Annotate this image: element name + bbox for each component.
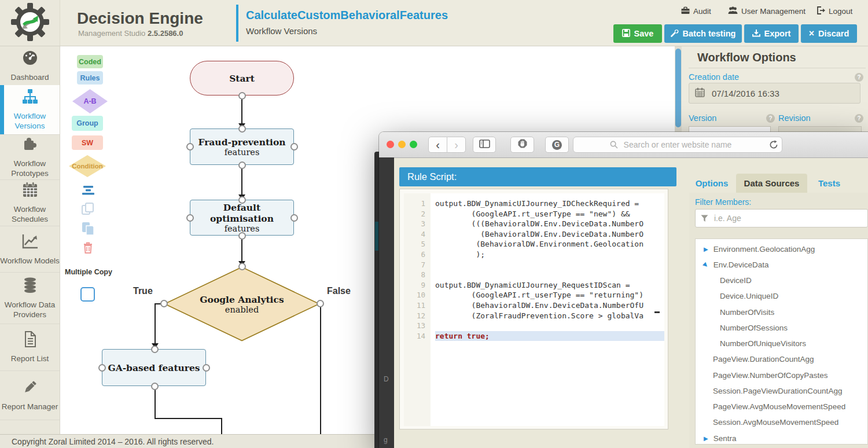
toolbox-group-badge[interactable]: Group bbox=[72, 116, 103, 131]
connector-dot[interactable] bbox=[238, 125, 246, 133]
sidebar-toggle-button[interactable] bbox=[473, 137, 496, 153]
tab-tests[interactable]: Tests bbox=[813, 174, 845, 193]
ga-based-features-node[interactable]: GA-based features bbox=[102, 349, 206, 386]
connector-dot[interactable] bbox=[290, 214, 298, 222]
flow-edge bbox=[241, 165, 242, 195]
help-icon[interactable]: ? bbox=[855, 73, 863, 82]
collapse-icon[interactable]: ▶ bbox=[704, 246, 708, 252]
save-button[interactable]: Save bbox=[613, 24, 662, 43]
sidebar-item-report-manager[interactable]: Report Manager bbox=[0, 371, 60, 420]
back-button[interactable]: ‹ bbox=[428, 137, 447, 153]
help-icon[interactable]: ? bbox=[766, 114, 775, 123]
content-blocker-button[interactable] bbox=[510, 137, 534, 153]
creation-date-field[interactable]: 07/14/2016 16:33 bbox=[689, 83, 860, 104]
members-tree[interactable]: ▶Environment.GeolocationAgg ▶Env.DeviceD… bbox=[695, 238, 868, 445]
trash-icon[interactable] bbox=[82, 241, 94, 256]
tree-item[interactable]: ▶Environment.GeolocationAgg bbox=[696, 241, 815, 257]
code-line: (ZoralFraudPrevention.Score > globalVa bbox=[435, 311, 664, 321]
flow-edge bbox=[221, 418, 222, 434]
tree-item[interactable]: DeviceID bbox=[720, 273, 752, 288]
connector-dot[interactable] bbox=[186, 143, 194, 150]
paste-icon[interactable] bbox=[81, 221, 95, 238]
wrench-icon bbox=[671, 29, 679, 39]
tree-item[interactable]: ▶Sentra bbox=[696, 431, 736, 446]
ghostery-extension-button[interactable]: G bbox=[545, 137, 569, 153]
database-icon bbox=[21, 277, 39, 296]
code-area[interactable]: output.BDW_DynamicUIJourney_IDCheckRequi… bbox=[431, 193, 664, 426]
fraud-prevention-node[interactable]: Fraud-prevention features bbox=[190, 128, 294, 165]
code-line-active: return true; bbox=[435, 331, 664, 341]
connector-dot[interactable] bbox=[203, 364, 210, 372]
align-icon[interactable] bbox=[81, 185, 95, 198]
connector-dot[interactable] bbox=[238, 196, 246, 204]
tree-item[interactable]: ▶Env.DeviceData bbox=[696, 257, 769, 273]
connector-dot[interactable] bbox=[238, 232, 246, 240]
sidebar-item-report-list[interactable]: Report List bbox=[0, 324, 60, 371]
app-logo bbox=[0, 0, 60, 46]
multiple-copy-checkbox[interactable] bbox=[80, 287, 95, 302]
user-management-link[interactable]: User Management bbox=[728, 6, 806, 16]
zoom-window-button[interactable] bbox=[410, 141, 417, 148]
batch-testing-button[interactable]: Batch testing bbox=[664, 24, 742, 43]
sidebar-item-dashboard[interactable]: Dashboard bbox=[0, 46, 60, 86]
canvas-scrollbar-thumb[interactable] bbox=[675, 49, 681, 127]
tree-item[interactable]: NumberOfVisits bbox=[720, 304, 774, 320]
browser-window[interactable]: ‹ › G D g Ru bbox=[379, 132, 868, 448]
copy-icon[interactable] bbox=[80, 201, 95, 219]
connector-dot[interactable] bbox=[238, 263, 246, 270]
tab-options[interactable]: Options bbox=[692, 174, 732, 193]
tree-item[interactable]: PageView.NumberOfCopyPastes bbox=[713, 368, 828, 383]
toolbox-ab-badge[interactable]: A-B bbox=[72, 89, 108, 113]
sidebar-item-workflow-prototypes[interactable]: Workflow Prototypes bbox=[0, 135, 60, 180]
divider bbox=[689, 68, 866, 68]
export-button[interactable]: Export bbox=[744, 24, 799, 43]
minimize-window-button[interactable] bbox=[398, 141, 406, 148]
filter-members-input[interactable] bbox=[695, 209, 868, 227]
toolbox-rules-badge[interactable]: Rules bbox=[77, 71, 103, 85]
url-search-input[interactable] bbox=[573, 137, 782, 153]
tree-item[interactable]: PageView.DurationCountAgg bbox=[713, 351, 814, 367]
toolbox-sw-badge[interactable]: SW bbox=[72, 135, 103, 150]
tab-data-sources[interactable]: Data Sources bbox=[736, 174, 807, 193]
expand-icon[interactable]: ▶ bbox=[702, 261, 709, 269]
collapse-icon[interactable]: ▶ bbox=[704, 435, 708, 442]
connector-dot[interactable] bbox=[186, 214, 194, 222]
audit-link[interactable]: Audit bbox=[681, 6, 711, 16]
tree-item[interactable]: NumberOfUniqueVisitors bbox=[720, 336, 806, 351]
logout-link[interactable]: Logout bbox=[816, 6, 852, 16]
connector-dot[interactable] bbox=[317, 300, 324, 307]
chevron-right-icon: › bbox=[454, 139, 458, 150]
code-line: ); bbox=[435, 249, 664, 260]
sidebar-item-workflow-data-providers[interactable]: Workflow Data Providers bbox=[0, 273, 60, 324]
code-line bbox=[435, 260, 664, 270]
active-item-indicator bbox=[0, 85, 4, 134]
sidebar-item-workflow-schedules[interactable]: Workflow Schedules bbox=[0, 180, 60, 226]
connector-dot[interactable] bbox=[151, 346, 159, 353]
connector-dot[interactable] bbox=[238, 92, 246, 100]
connector-dot[interactable] bbox=[238, 161, 246, 169]
fold-marker[interactable] bbox=[654, 311, 660, 313]
help-icon[interactable]: ? bbox=[855, 114, 863, 123]
close-window-button[interactable] bbox=[387, 141, 394, 148]
sidebar-item-workflow-versions[interactable]: Workflow Versions bbox=[0, 85, 60, 135]
code-editor[interactable]: 1 2 3 4 5 6 7 8 9 10 11 12 13 14 bbox=[399, 189, 668, 429]
copyright-text: Copyright Zoral Limited 2014 – 2016. All… bbox=[12, 437, 214, 446]
tree-item[interactable]: NumberOfSessions bbox=[720, 320, 788, 336]
flow-edge-false bbox=[320, 304, 321, 434]
tree-item[interactable]: Session.PageViewDurationCountAgg bbox=[713, 383, 842, 399]
tree-item[interactable]: PageView.AvgMouseMovementSpeed bbox=[713, 399, 845, 414]
connector-dot[interactable] bbox=[160, 300, 168, 307]
discard-button[interactable]: × Discard bbox=[801, 24, 857, 43]
toolbox-condition-badge[interactable]: Condition bbox=[69, 155, 106, 177]
start-node[interactable]: Start bbox=[190, 61, 294, 96]
forward-button[interactable]: › bbox=[447, 137, 466, 153]
connector-dot[interactable] bbox=[98, 364, 106, 372]
tree-item[interactable]: Device.UniqueID bbox=[720, 288, 778, 304]
sidebar-item-workflow-models[interactable]: Workflow Models bbox=[0, 226, 60, 273]
tree-item[interactable]: Session.AvgMouseMovementSpeed bbox=[713, 414, 838, 430]
connector-dot[interactable] bbox=[151, 383, 159, 390]
default-optimisation-node[interactable]: Default optimisation features bbox=[190, 200, 294, 236]
reload-icon[interactable] bbox=[769, 140, 778, 152]
toolbox-coded-badge[interactable]: Coded bbox=[77, 55, 103, 68]
connector-dot[interactable] bbox=[290, 143, 298, 150]
